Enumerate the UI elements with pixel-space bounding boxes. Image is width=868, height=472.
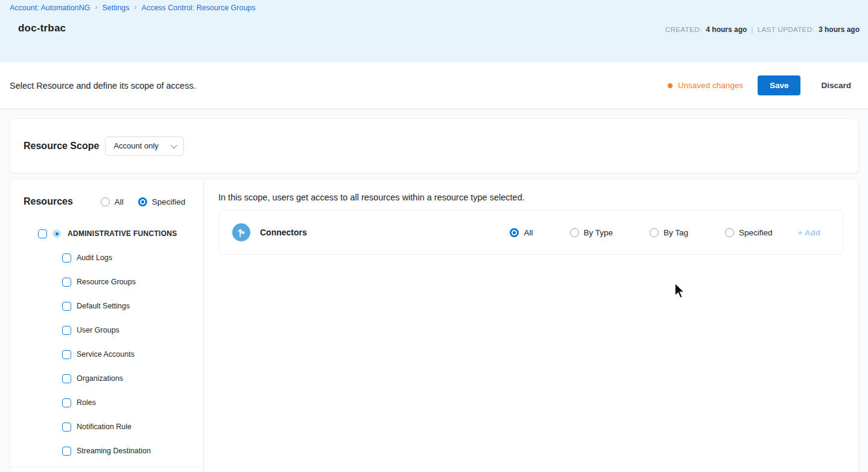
radio-icon[interactable] <box>138 197 147 206</box>
item-checkbox[interactable] <box>62 326 71 335</box>
radio-icon[interactable] <box>510 228 519 237</box>
connectors-label: Connectors <box>260 228 307 237</box>
radio-icon[interactable] <box>570 228 579 237</box>
resources-specified-label: Specified <box>152 197 186 206</box>
connectors-row: Connectors All By Type By Tag <box>218 210 844 255</box>
scope-panel: In this scope, users get access to all r… <box>204 179 858 472</box>
breadcrumb-separator-icon: › <box>95 3 97 11</box>
chevron-down-icon <box>171 141 177 148</box>
breadcrumb: Account: AutomationNG › Settings › Acces… <box>10 3 860 12</box>
updated-value: 3 hours ago <box>819 25 860 34</box>
created-value: 4 hours ago <box>706 25 747 34</box>
scope-description: In this scope, users get access to all r… <box>218 193 844 202</box>
connectors-scope-radios: All By Type By Tag Specified <box>510 228 772 237</box>
unsaved-changes-badge: Unsaved changes <box>668 81 743 90</box>
timestamps: CREATED: 4 hours ago | LAST UPDATED: 3 h… <box>665 25 860 34</box>
resource-item[interactable]: Audit Logs <box>10 246 203 270</box>
resources-card: Resources All Specified ADMINISTRATIVE F… <box>10 179 859 472</box>
resource-item[interactable]: Service Accounts <box>10 342 203 366</box>
meta-separator: | <box>751 25 753 34</box>
resource-item[interactable]: Notification Rule <box>10 415 203 439</box>
resource-item[interactable]: Resource Groups <box>10 270 203 294</box>
resource-item[interactable]: User Groups <box>10 318 203 342</box>
unsaved-changes-label: Unsaved changes <box>678 81 743 90</box>
resource-scope-card: Resource Scope Account only <box>10 118 859 173</box>
page-content: Resource Scope Account only Resources Al… <box>0 109 868 472</box>
unsaved-dot-icon <box>668 83 673 88</box>
save-button[interactable]: Save <box>758 75 801 95</box>
connectors-all-radio[interactable]: All <box>510 228 533 237</box>
resource-type-tree: ADMINISTRATIVE FUNCTIONS Audit Logs Reso… <box>10 207 203 467</box>
breadcrumb-separator-icon: › <box>135 3 137 11</box>
resources-all-radio[interactable]: All <box>101 197 124 206</box>
item-checkbox[interactable] <box>62 398 71 407</box>
item-checkbox[interactable] <box>62 447 71 456</box>
page-header: Account: AutomationNG › Settings › Acces… <box>0 0 868 62</box>
item-checkbox[interactable] <box>62 423 71 432</box>
page-title: doc-trbac <box>18 22 66 34</box>
resource-item[interactable]: Roles <box>10 391 203 415</box>
resource-group-header[interactable]: ADMINISTRATIVE FUNCTIONS <box>10 222 203 246</box>
resource-item[interactable]: Streaming Destination <box>10 439 203 463</box>
resource-scope-dropdown[interactable]: Account only <box>105 136 184 156</box>
connectors-by-type-radio[interactable]: By Type <box>570 228 613 237</box>
item-checkbox[interactable] <box>62 278 71 287</box>
list-divider <box>10 467 203 467</box>
resources-all-label: All <box>115 197 124 206</box>
discard-button[interactable]: Discard <box>821 81 851 90</box>
updated-label: LAST UPDATED: <box>758 26 814 33</box>
breadcrumb-settings-link[interactable]: Settings <box>102 4 129 12</box>
radio-icon[interactable] <box>101 197 110 206</box>
toolbar-description: Select Resource and define its scope of … <box>10 81 196 91</box>
breadcrumb-current-link[interactable]: Access Control: Resource Groups <box>142 4 256 12</box>
resource-item[interactable]: Organizations <box>10 366 203 391</box>
resource-scope-dropdown-value: Account only <box>113 141 158 150</box>
resources-specified-radio[interactable]: Specified <box>138 197 186 206</box>
radio-icon[interactable] <box>725 228 734 237</box>
connectors-specified-radio[interactable]: Specified <box>725 228 773 237</box>
connectors-by-tag-radio[interactable]: By Tag <box>650 228 688 237</box>
created-label: CREATED: <box>665 26 702 33</box>
resources-title: Resources <box>24 196 73 207</box>
action-toolbar: Select Resource and define its scope of … <box>0 62 868 109</box>
group-badge-icon <box>52 229 61 238</box>
item-checkbox[interactable] <box>62 302 71 311</box>
radio-icon[interactable] <box>650 228 659 237</box>
item-checkbox[interactable] <box>62 254 71 263</box>
item-checkbox[interactable] <box>62 350 71 359</box>
resources-sidebar: Resources All Specified ADMINISTRATIVE F… <box>10 179 204 472</box>
group-checkbox[interactable] <box>38 229 47 238</box>
breadcrumb-account-link[interactable]: Account: AutomationNG <box>10 4 90 12</box>
group-label: ADMINISTRATIVE FUNCTIONS <box>68 229 177 238</box>
connectors-icon <box>232 223 250 241</box>
resource-item[interactable]: Default Settings <box>10 294 203 318</box>
add-button[interactable]: + Add <box>798 228 820 237</box>
item-checkbox[interactable] <box>62 374 71 383</box>
resource-scope-title: Resource Scope <box>24 141 99 151</box>
